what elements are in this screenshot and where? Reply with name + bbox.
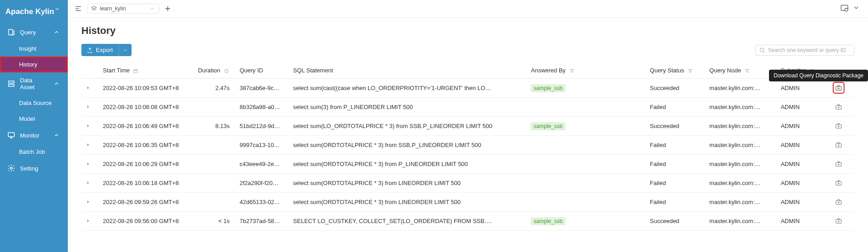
- col-query-status[interactable]: Query Status: [646, 62, 706, 79]
- cell-status: Failed: [646, 193, 706, 212]
- brand-text: Apache Kylin: [5, 7, 54, 16]
- nav-query[interactable]: Query: [0, 24, 68, 41]
- download-diagnostic-button[interactable]: [834, 121, 843, 130]
- expand-row-button[interactable]: [85, 123, 91, 129]
- nav-label: Model: [19, 115, 35, 122]
- cell-duration: [194, 98, 236, 117]
- download-diagnostic-button[interactable]: [834, 83, 843, 92]
- filter-icon: [745, 68, 750, 74]
- search-box[interactable]: [755, 45, 854, 56]
- table-row: 2022-08-26 09:59:26 GMT+842d65133-02…sel…: [81, 193, 854, 212]
- cell-answered-by: [527, 136, 646, 155]
- main-area: learn_kylin History E: [68, 0, 868, 252]
- table-row: 2022-08-26 10:08:08 GMT+88b326a98-a0…sel…: [81, 98, 854, 117]
- chevron-up-icon: [52, 131, 61, 139]
- add-project-button[interactable]: [164, 5, 172, 13]
- cell-query-id: 2f2a290f-f20…: [236, 174, 289, 193]
- expand-row-button[interactable]: [85, 161, 91, 167]
- topbar: learn_kylin: [68, 0, 868, 18]
- svg-marker-8: [92, 6, 97, 9]
- expand-row-button[interactable]: [85, 142, 91, 148]
- export-dropdown[interactable]: [119, 45, 132, 56]
- cell-duration: 2.47s: [194, 79, 236, 98]
- svg-line-14: [764, 51, 765, 52]
- search-input[interactable]: [768, 47, 850, 53]
- expand-row-button[interactable]: [85, 199, 91, 205]
- layers-icon: [91, 5, 97, 12]
- svg-marker-18: [570, 69, 574, 72]
- cell-node: master.kylin.com:…: [706, 117, 777, 136]
- nav-model[interactable]: Model: [0, 111, 68, 127]
- clock-icon: [224, 68, 229, 74]
- download-diagnostic-button[interactable]: [834, 216, 843, 225]
- cell-sql: SELECT LO_CUSTKEY, COLLECT_SET(LO_ORDERD…: [289, 212, 527, 231]
- monitor-icon: [7, 131, 15, 139]
- svg-marker-19: [689, 69, 692, 72]
- cell-start-time: 2022-08-26 10:08:08 GMT+8: [99, 98, 194, 117]
- cell-start-time: 2022-08-26 10:06:35 GMT+8: [99, 136, 194, 155]
- col-answered-by[interactable]: Answered By: [527, 62, 646, 79]
- cell-duration: < 1s: [194, 212, 236, 231]
- cell-query-id: 51bd212d-9d…: [236, 117, 289, 136]
- brand-logo: Apache Kylin™: [0, 0, 68, 24]
- cell-status: Failed: [646, 136, 706, 155]
- table-row: 2022-08-26 10:06:18 GMT+82f2a290f-f20…se…: [81, 174, 854, 193]
- cell-sql: select sum(ORDTOTALPRICE * 3) from SSB.P…: [289, 136, 527, 155]
- collapse-sidebar-button[interactable]: [74, 5, 82, 13]
- cell-start-time: 2022-08-26 09:59:26 GMT+8: [99, 193, 194, 212]
- nav-history[interactable]: History: [0, 57, 68, 72]
- cell-start-time: 2022-08-26 09:56:00 GMT+8: [99, 212, 194, 231]
- download-diagnostic-button[interactable]: [834, 159, 843, 168]
- table-row: 2022-08-26 10:09:53 GMT+82.47s387cab6e-9…: [81, 79, 854, 98]
- download-diagnostic-button[interactable]: [834, 178, 843, 187]
- export-icon: [87, 47, 93, 53]
- nav-monitor[interactable]: Monitor: [0, 127, 68, 144]
- cell-sql: select sum(cast((case when LO_ORDERPRIOT…: [289, 79, 527, 98]
- cell-duration: 8.13s: [194, 117, 236, 136]
- expand-row-button[interactable]: [85, 85, 91, 91]
- answered-by-badge: sample_ssb: [531, 122, 565, 130]
- cell-answered-by: [527, 155, 646, 174]
- search-icon: [759, 47, 765, 53]
- svg-marker-50: [87, 219, 89, 222]
- cell-sql: select sum(LO_ORDTOTALPRICE * 3) from SS…: [289, 117, 527, 136]
- svg-rect-2: [9, 85, 14, 87]
- svg-marker-30: [87, 124, 89, 127]
- col-duration[interactable]: Duration: [194, 62, 236, 79]
- nav-label: Batch Job: [19, 148, 45, 155]
- svg-point-4: [10, 167, 13, 170]
- topbar-chevron-down-icon[interactable]: [853, 4, 862, 13]
- nav-batch-job[interactable]: Batch Job: [0, 144, 68, 160]
- download-diagnostic-button[interactable]: [834, 140, 843, 149]
- svg-rect-15: [134, 69, 137, 73]
- nav-label: Insight: [19, 45, 36, 52]
- cell-submitter: ADMIN: [777, 155, 830, 174]
- svg-point-13: [760, 48, 764, 52]
- expand-row-button[interactable]: [85, 218, 91, 224]
- cell-node: master.kylin.com:…: [706, 212, 777, 231]
- download-diagnostic-button[interactable]: [834, 197, 843, 206]
- cell-node: master.kylin.com:…: [706, 174, 777, 193]
- nav-data-asset[interactable]: Data Asset: [0, 72, 68, 95]
- cell-query-id: c43eee49-2e…: [236, 155, 289, 174]
- nav-label: Query: [20, 29, 36, 36]
- sidebar: Apache Kylin™ Query Insight History Data…: [0, 0, 68, 252]
- project-selector[interactable]: learn_kylin: [87, 4, 159, 14]
- svg-marker-42: [87, 181, 89, 184]
- expand-row-button[interactable]: [85, 180, 91, 186]
- col-query-node[interactable]: Query Node: [706, 62, 777, 79]
- col-start-time[interactable]: Start Time: [99, 62, 194, 79]
- nav-insight[interactable]: Insight: [0, 41, 68, 57]
- nav-data-source[interactable]: Data Source: [0, 95, 68, 111]
- nav-label: Data Asset: [20, 77, 48, 90]
- cell-status: Failed: [646, 155, 706, 174]
- cell-answered-by: [527, 174, 646, 193]
- nav-setting[interactable]: Setting: [0, 160, 68, 177]
- help-icon[interactable]: [840, 4, 849, 13]
- expand-row-button[interactable]: [85, 104, 91, 110]
- download-diagnostic-button[interactable]: [834, 102, 843, 111]
- cell-submitter: ADMIN: [777, 193, 830, 212]
- history-table: Start Time Duration Query ID SQL Stateme…: [81, 62, 854, 231]
- cell-sql: select sum(ORDTOTALPRICE * 3) from P_LIN…: [289, 155, 527, 174]
- export-button[interactable]: Export: [81, 44, 132, 56]
